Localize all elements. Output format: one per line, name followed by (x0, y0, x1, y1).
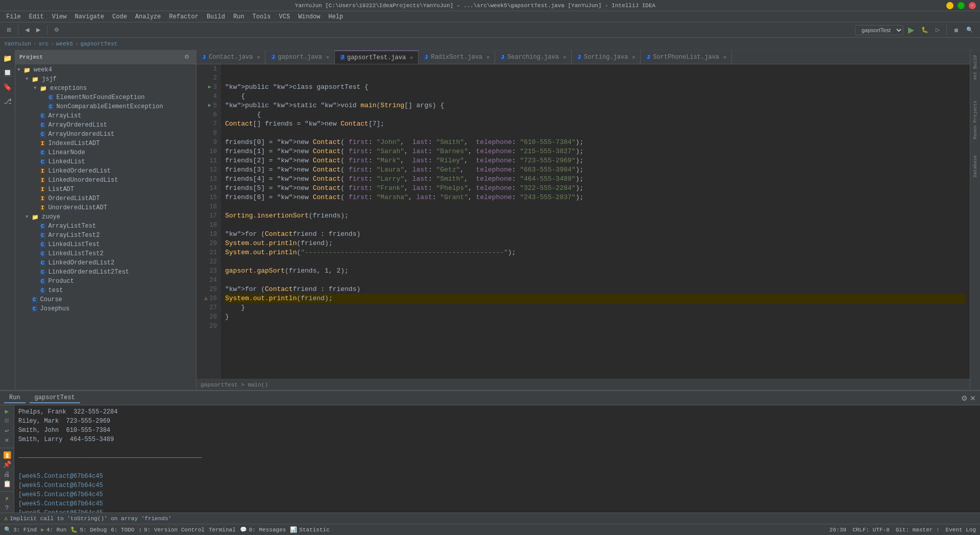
code-line-9[interactable]: friends[0] = "kw">new Contact( first: "J… (225, 138, 966, 147)
toolbar-back-btn[interactable]: ◀ (22, 25, 32, 35)
tree-item-orderedlistadt[interactable]: IOrderedListADT (15, 194, 196, 203)
tree-item-arrayorderedlist[interactable]: CArrayOrderedList (15, 120, 196, 130)
run-tab-gapsort[interactable]: gapsortTest (30, 393, 80, 403)
code-line-25[interactable]: "kw">for (Contact friend : friends) (225, 285, 966, 294)
tree-item-linkedunorderedlist[interactable]: ILinkedUnorderedList (15, 176, 196, 185)
tab-close-btn[interactable]: ✕ (257, 54, 260, 60)
code-content[interactable]: "kw">public "kw">class gapsortTest { { "… (221, 64, 970, 379)
run-help-btn[interactable]: ⚡ (2, 495, 13, 503)
tab-searchingjava[interactable]: JSearching.java✕ (495, 51, 572, 64)
breadcrumb-project[interactable]: YanYuJun (4, 41, 31, 47)
code-line-19[interactable]: "kw">for (Contact friend : friends) (225, 230, 966, 239)
run-settings-btn[interactable]: ⚙ (961, 394, 968, 402)
status-debug[interactable]: 🐛 5: Debug (70, 526, 107, 533)
debug-button[interactable]: 🐛 (919, 25, 931, 35)
menu-refactor[interactable]: Refactor (165, 12, 203, 21)
menu-vcs[interactable]: VCS (275, 12, 295, 21)
code-line-2[interactable] (225, 74, 966, 83)
code-line-23[interactable]: gapsort.gapSort(friends, 1, 2); (225, 266, 966, 276)
tree-item-josephus[interactable]: CJosephus (15, 304, 196, 313)
breadcrumb-src[interactable]: src (38, 41, 48, 47)
code-line-26[interactable]: System.out.println(friend); (225, 294, 966, 303)
breadcrumb-file[interactable]: gapsortTest (80, 41, 117, 47)
run-coverage-btn[interactable]: ▷ (933, 25, 942, 35)
run-copy-btn[interactable]: 📋 (2, 479, 13, 488)
run-scroll-top-btn[interactable]: ⏫ (2, 451, 13, 459)
status-vcs[interactable]: ↕ 9: Version Control (138, 527, 204, 533)
tab-close-btn[interactable]: ✕ (723, 54, 726, 60)
menu-analyze[interactable]: Analyze (131, 12, 165, 21)
tree-item-exceptions[interactable]: ▼📁exceptions (15, 84, 196, 93)
tree-item-zuoye[interactable]: ▼📁zuoye (15, 212, 196, 222)
tab-gapsortjava[interactable]: Jgapsort.java✕ (265, 51, 334, 64)
tree-item-linkedlisttest[interactable]: CLinkedListTest (15, 240, 196, 249)
code-line-21[interactable]: System.out.println("--------------------… (225, 248, 966, 257)
tab-close-btn[interactable]: ✕ (632, 54, 635, 60)
tab-sortphonelistjava[interactable]: JSortPhoneList.java✕ (641, 51, 732, 64)
tree-item-linkedorderedlist2[interactable]: CLinkedOrderedList2 (15, 258, 196, 268)
status-todo[interactable]: 6: TODO (111, 527, 134, 533)
run-print-btn[interactable]: 🖨 (2, 470, 13, 479)
code-line-14[interactable]: friends[5] = "kw">new Contact( first: "F… (225, 184, 966, 193)
tab-gapsorttestjava[interactable]: JgapsortTest.java✕ (335, 51, 419, 64)
code-line-4[interactable]: { (225, 92, 966, 101)
tree-item-linkedlist[interactable]: CLinkedList (15, 157, 196, 166)
status-terminal[interactable]: Terminal (209, 527, 236, 533)
ant-build-tab[interactable]: Ant Build (971, 52, 979, 83)
code-line-3[interactable]: "kw">public "kw">class gapsortTest { (225, 83, 966, 92)
tab-close-btn[interactable]: ✕ (486, 54, 489, 60)
tree-item-arrayunorderedlist[interactable]: CArrayUnorderedList (15, 130, 196, 139)
database-tab[interactable]: Database (971, 152, 979, 180)
status-event-log[interactable]: Event Log (946, 527, 976, 533)
tree-item-noncomparableelementexception[interactable]: CNonComparableElementException (15, 102, 196, 111)
toolbar-forward-btn[interactable]: ▶ (34, 25, 43, 35)
tree-item-elementnotfoundexception[interactable]: CElementNotFoundException (15, 93, 196, 102)
status-encoding[interactable]: CRLF: UTF-8 (852, 527, 890, 533)
code-line-17[interactable]: Sorting.insertionSort(friends); (225, 211, 966, 221)
code-line-8[interactable] (225, 129, 966, 138)
stop-button[interactable]: ⏹ (951, 26, 962, 35)
tree-item-product[interactable]: CProduct (15, 277, 196, 286)
menu-help[interactable]: Help (324, 12, 347, 21)
code-line-7[interactable]: Contact[] friends = "kw">new Contact[7]; (225, 119, 966, 129)
tree-item-linkedorderedlist[interactable]: ILinkedOrderedList (15, 166, 196, 176)
status-run[interactable]: ▶ 4: Run (41, 526, 66, 533)
code-line-28[interactable]: } (225, 312, 966, 322)
code-line-12[interactable]: friends[3] = "kw">new Contact( first: "L… (225, 165, 966, 175)
run-question-btn[interactable]: ? (2, 504, 13, 513)
tree-item-indexedlistadt[interactable]: IIndexedListADT (15, 139, 196, 148)
toolbar-search-btn[interactable]: 🔍 (964, 25, 976, 35)
tab-close-btn[interactable]: ✕ (563, 54, 566, 60)
project-settings-btn[interactable]: ⚙ (182, 52, 192, 62)
tree-item-linearnode[interactable]: CLinearNode (15, 148, 196, 157)
run-close-btn[interactable]: ✕ (970, 394, 976, 402)
code-line-1[interactable] (225, 64, 966, 74)
menu-edit[interactable]: Edit (25, 12, 48, 21)
code-line-6[interactable]: { (225, 110, 966, 119)
tree-item-listadt[interactable]: IListADT (15, 185, 196, 194)
status-statistic[interactable]: 📊 Statistic (290, 526, 329, 533)
run-config-select[interactable]: gapsortTest (855, 25, 903, 35)
minimize-button[interactable]: ─ (946, 2, 953, 9)
code-line-20[interactable]: System.out.println(friend); (225, 239, 966, 248)
menu-file[interactable]: File (2, 12, 25, 21)
structure-icon[interactable]: 🔲 (2, 66, 14, 79)
menu-tools[interactable]: Tools (249, 12, 275, 21)
run-stop-btn[interactable]: ⏹ (2, 417, 13, 426)
menu-navigate[interactable]: Navigate (70, 12, 108, 21)
tree-item-arraylisttest[interactable]: CArrayListTest (15, 222, 196, 231)
hierarchy-icon[interactable]: ⎇ (2, 95, 14, 107)
tab-sortingjava[interactable]: JSorting.java✕ (572, 51, 641, 64)
code-line-22[interactable] (225, 257, 966, 266)
code-line-10[interactable]: friends[1] = "kw">new Contact( first: "S… (225, 147, 966, 156)
menu-window[interactable]: Window (294, 12, 324, 21)
tree-item-week4[interactable]: ▼📁week4 (15, 65, 196, 75)
code-line-24[interactable] (225, 276, 966, 285)
bookmarks-icon[interactable]: 🔖 (2, 81, 14, 93)
menu-run[interactable]: Run (229, 12, 249, 21)
tree-item-arraylist[interactable]: CArrayList (15, 111, 196, 120)
code-line-16[interactable] (225, 202, 966, 211)
tree-item-jsjf[interactable]: ▼📁jsjf (15, 75, 196, 84)
tree-item-linkedorderedlist2test[interactable]: CLinkedOrderedList2Test (15, 268, 196, 277)
code-line-18[interactable] (225, 221, 966, 230)
